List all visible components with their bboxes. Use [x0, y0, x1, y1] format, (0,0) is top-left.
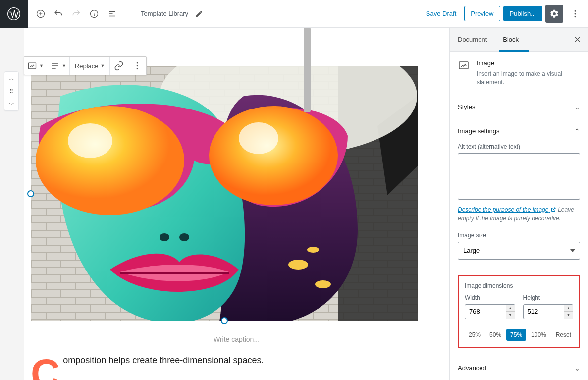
settings-button[interactable] — [545, 5, 563, 23]
edit-title-icon[interactable] — [194, 9, 204, 19]
size-pct-100[interactable]: 100% — [527, 329, 550, 341]
svg-point-25 — [288, 260, 308, 270]
size-pct-75[interactable]: 75% — [506, 329, 526, 341]
panel-styles[interactable]: Styles ⌄ — [450, 95, 588, 119]
block-description: Insert an image to make a visual stateme… — [477, 70, 580, 87]
alt-help-link-text: Describe the purpose of the image — [458, 206, 548, 213]
image-icon — [458, 59, 470, 71]
drag-handle[interactable]: ⠿ — [4, 85, 18, 98]
svg-rect-30 — [459, 62, 468, 69]
redo-button[interactable] — [67, 5, 85, 23]
block-toolbar: ▼ ▼ Replace ▼ — [24, 56, 147, 75]
dimensions-label: Image dimensions — [465, 282, 573, 289]
chevron-down-icon: ⌄ — [574, 103, 580, 111]
mural-image: MARCØ MARCØ — [31, 66, 418, 321]
panel-advanced[interactable]: Advanced ⌄ — [450, 356, 588, 380]
svg-point-9 — [137, 68, 138, 70]
editor-canvas[interactable]: MARCØ MARCØ Write caption... C ompositio… — [24, 28, 449, 380]
block-more-button[interactable] — [128, 57, 146, 75]
panel-advanced-label: Advanced — [458, 364, 486, 372]
image-caption[interactable]: Write caption... — [24, 335, 449, 343]
align-button[interactable]: ▼ — [47, 57, 69, 75]
svg-point-8 — [137, 65, 138, 67]
chevron-down-icon: ⌄ — [574, 364, 580, 372]
wordpress-logo[interactable] — [0, 0, 28, 28]
block-title: Image — [477, 59, 580, 67]
link-button[interactable] — [110, 57, 128, 75]
resize-handle-bottom[interactable] — [221, 317, 228, 324]
replace-label: Replace — [75, 62, 99, 70]
info-button[interactable] — [85, 5, 103, 23]
chevron-up-icon: ⌃ — [574, 127, 580, 135]
top-toolbar: Template Library Save Draft Preview Publ… — [0, 0, 588, 28]
alt-text-label: Alt text (alternative text) — [458, 143, 580, 150]
image-block[interactable]: MARCØ MARCØ — [31, 66, 418, 321]
svg-point-27 — [307, 247, 319, 253]
paragraph-1[interactable]: omposition helps create three-dimensiona… — [63, 355, 264, 365]
move-up-button[interactable]: ︿ — [4, 72, 18, 85]
height-label: Height — [523, 294, 574, 301]
undo-button[interactable] — [50, 5, 67, 23]
alt-help-link[interactable]: Describe the purpose of the image — [458, 206, 556, 213]
image-size-select[interactable]: Large — [458, 242, 580, 260]
svg-point-20 — [209, 106, 338, 205]
panel-image-settings[interactable]: Image settings ⌃ — [450, 119, 588, 143]
panel-image-settings-label: Image settings — [458, 127, 500, 135]
sidebar-tabs: Document Block ✕ — [450, 28, 588, 52]
block-mover: ︿ ⠿ ﹀ — [4, 71, 19, 111]
svg-point-22 — [239, 122, 278, 154]
svg-point-7 — [137, 62, 138, 64]
svg-point-23 — [160, 233, 169, 241]
block-summary: Image Insert an image to make a visual s… — [450, 52, 588, 95]
close-sidebar-button[interactable]: ✕ — [566, 28, 588, 52]
block-type-button[interactable]: ▼ — [24, 57, 47, 75]
tab-document[interactable]: Document — [450, 28, 495, 52]
width-step-up[interactable]: ▲ — [506, 305, 515, 312]
svg-rect-6 — [29, 63, 36, 69]
editor-scrollbar[interactable] — [304, 28, 311, 112]
add-block-button[interactable] — [32, 5, 50, 23]
image-dimensions-panel: Image dimensions Width ▲▼ Height ▲▼ — [458, 275, 580, 348]
svg-point-26 — [315, 280, 331, 288]
move-down-button[interactable]: ﹀ — [4, 98, 18, 110]
save-draft-button[interactable]: Save Draft — [421, 6, 461, 21]
settings-sidebar: Document Block ✕ Image Insert an image t… — [449, 28, 588, 380]
document-title: Template Library — [141, 10, 188, 17]
tab-block[interactable]: Block — [495, 28, 527, 52]
preview-button[interactable]: Preview — [464, 6, 500, 21]
svg-point-4 — [575, 13, 576, 14]
svg-point-19 — [36, 106, 184, 215]
more-options-button[interactable] — [566, 5, 584, 23]
size-pct-25[interactable]: 25% — [465, 329, 484, 341]
image-size-label: Image size — [458, 232, 580, 239]
panel-styles-label: Styles — [458, 103, 475, 110]
width-step-down[interactable]: ▼ — [506, 312, 515, 319]
height-step-up[interactable]: ▲ — [564, 305, 573, 312]
svg-point-21 — [68, 123, 112, 158]
svg-point-24 — [179, 233, 189, 241]
height-step-down[interactable]: ▼ — [564, 312, 573, 319]
dropcap: C — [31, 357, 60, 380]
reset-dimensions-button[interactable]: Reset — [554, 329, 573, 341]
alt-text-input[interactable] — [458, 153, 580, 200]
svg-point-3 — [575, 10, 576, 11]
width-label: Width — [465, 294, 515, 301]
replace-button[interactable]: Replace ▼ — [70, 57, 110, 75]
resize-handle-left[interactable] — [27, 190, 34, 197]
outline-button[interactable] — [103, 5, 121, 23]
publish-button[interactable]: Publish... — [503, 6, 542, 21]
svg-point-5 — [575, 16, 576, 17]
editor-canvas-area: ▼ ▼ Replace ▼ ︿ ⠿ ﹀ — [0, 28, 449, 380]
size-pct-50[interactable]: 50% — [485, 329, 505, 341]
